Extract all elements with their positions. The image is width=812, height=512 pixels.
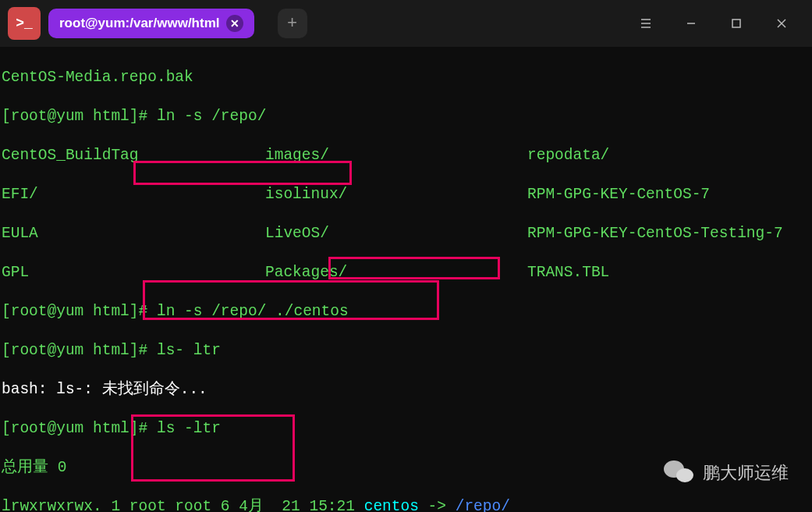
listing-item: GPL xyxy=(2,263,265,283)
maximize-icon xyxy=(731,18,742,29)
listing-item: TRANS.TBL xyxy=(527,264,609,281)
listing-item: EULA xyxy=(2,224,265,244)
error-text: bash: ls-: 未找到命令... xyxy=(2,381,207,398)
prompt: [root@yum html]# xyxy=(2,342,157,359)
command-text: ln -s /repo/ ./centos xyxy=(157,303,349,320)
ls-perms: lrwxrwxrwx. 1 root root 6 4月 21 15:21 xyxy=(2,498,364,512)
listing-item: CentOS_BuildTag xyxy=(2,146,265,165)
app-icon-glyph: >_ xyxy=(16,16,33,31)
close-tab-button[interactable]: ✕ xyxy=(226,15,243,32)
listing-item: Packages/ xyxy=(265,263,527,283)
maximize-button[interactable] xyxy=(714,8,759,39)
hamburger-icon xyxy=(640,17,652,30)
command-text: ls -ltr xyxy=(157,420,221,437)
window-controls xyxy=(623,8,804,39)
symlink-target: /repo/ xyxy=(456,498,510,512)
svg-rect-4 xyxy=(732,20,740,27)
listing-item: repodata/ xyxy=(527,147,609,164)
listing-item: images/ xyxy=(265,146,527,165)
close-icon xyxy=(776,18,787,29)
app-icon: >_ xyxy=(8,7,41,40)
window-titlebar: >_ root@yum:/var/www/html ✕ + xyxy=(0,0,812,47)
close-window-button[interactable] xyxy=(759,8,804,39)
prompt: [root@yum html]# xyxy=(2,420,157,437)
watermark-text: 鹏大师运维 xyxy=(703,461,789,485)
command-text: ls- ltr xyxy=(157,342,221,359)
output-text: 总用量 0 xyxy=(2,459,66,476)
listing-item: isolinux/ xyxy=(265,185,527,204)
watermark: 鹏大师运维 xyxy=(664,457,789,489)
prompt: [root@yum html]# xyxy=(2,303,157,320)
new-tab-button[interactable]: + xyxy=(278,9,307,38)
prompt: [root@yum html]# xyxy=(2,108,157,125)
listing-item: RPM-GPG-KEY-CentOS-7 xyxy=(527,186,710,203)
command-text: ln -s /repo/ xyxy=(157,108,266,125)
symlink-name: centos xyxy=(364,498,419,512)
minimize-icon xyxy=(686,18,697,29)
menu-button[interactable] xyxy=(623,8,668,39)
terminal-output[interactable]: CentOS-Media.repo.bak [root@yum html]# l… xyxy=(0,47,812,512)
listing-item: RPM-GPG-KEY-CentOS-Testing-7 xyxy=(527,225,783,242)
minimize-button[interactable] xyxy=(668,8,714,39)
wechat-icon xyxy=(664,457,695,489)
active-tab[interactable]: root@yum:/var/www/html ✕ xyxy=(48,9,254,38)
listing-item: EFI/ xyxy=(2,185,265,204)
output-text: CentOS-Media.repo.bak xyxy=(2,69,193,86)
arrow: -> xyxy=(419,498,456,512)
active-tab-title: root@yum:/var/www/html xyxy=(59,16,220,31)
listing-item: LiveOS/ xyxy=(265,224,527,244)
